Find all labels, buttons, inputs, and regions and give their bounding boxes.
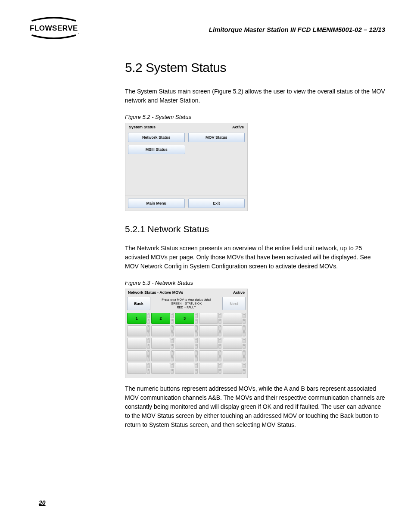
channel-b-bar: B [171, 344, 174, 349]
flowserve-logo: FLOWSERVE [26, 17, 82, 40]
mov-cell[interactable]: AB [199, 313, 222, 324]
next-button[interactable]: Next [222, 297, 246, 310]
channel-a-bar: A [218, 350, 221, 356]
mov-number-button[interactable] [175, 338, 194, 349]
mov-cell[interactable]: AB [199, 338, 222, 349]
channel-b-bar: B [171, 369, 174, 374]
mov-number-button[interactable]: 1 [127, 313, 146, 324]
hint-line2: GREEN = STATUS OK [152, 302, 221, 305]
channel-b-bar: B [195, 344, 198, 349]
mov-ab-bars: AB [171, 363, 174, 374]
channel-b-bar: B [171, 331, 174, 337]
channel-a-bar: A [147, 363, 150, 368]
mov-ab-bars: AB [171, 350, 174, 361]
mov-ab-bars: AB [195, 325, 198, 336]
fig53-title: Network Status - Active MOVs [128, 290, 183, 295]
mov-number-button[interactable] [223, 363, 242, 374]
mov-cell[interactable]: 2AB [151, 313, 174, 324]
mov-cell[interactable]: AB [151, 325, 174, 336]
mov-ab-bars: AB [218, 313, 221, 324]
channel-b-bar: B [218, 356, 221, 362]
channel-b-bar: B [147, 319, 150, 324]
mov-ab-bars: AB [195, 350, 198, 361]
mov-cell[interactable]: AB [223, 350, 246, 361]
mov-cell[interactable]: AB [223, 313, 246, 324]
mov-cell[interactable]: AB [175, 325, 198, 336]
mov-cell[interactable]: AB [127, 325, 150, 336]
mov-cell[interactable]: AB [127, 363, 150, 374]
fig52-status: Active [232, 125, 244, 129]
mov-number-button[interactable] [223, 325, 242, 336]
mov-cell[interactable]: AB [223, 338, 246, 349]
mov-number-button[interactable] [199, 350, 218, 361]
mov-number-button[interactable] [151, 338, 171, 349]
msiii-status-button[interactable]: MSIII Status [128, 145, 185, 154]
mov-number-button[interactable]: 3 [175, 313, 194, 324]
mov-cell[interactable]: AB [175, 338, 198, 349]
mov-number-button[interactable] [223, 338, 242, 349]
mov-row: 1AB2AB3ABABAB [127, 313, 246, 324]
mov-cell[interactable]: AB [175, 363, 198, 374]
mov-number-button[interactable] [175, 350, 194, 361]
channel-a-bar: A [243, 363, 246, 368]
mov-number-button[interactable] [127, 350, 146, 361]
channel-a-bar: A [147, 338, 150, 343]
mov-number-button[interactable] [199, 325, 218, 336]
mov-number-button[interactable]: 2 [151, 313, 171, 324]
fig53-hint: Press on a MOV to view status detail GRE… [152, 297, 221, 310]
mov-cell[interactable]: AB [199, 363, 222, 374]
mov-number-button[interactable] [151, 363, 171, 374]
mov-ab-bars: AB [218, 363, 221, 374]
mov-cell[interactable]: AB [223, 325, 246, 336]
mov-number-button[interactable] [199, 338, 218, 349]
mov-cell[interactable]: AB [127, 338, 150, 349]
channel-a-bar: A [243, 313, 246, 318]
mov-cell[interactable]: AB [223, 363, 246, 374]
channel-b-bar: B [195, 356, 198, 362]
channel-a-bar: A [171, 338, 174, 343]
hint-line1: Press on a MOV to view status detail [152, 298, 221, 302]
svg-point-0 [78, 34, 79, 34]
logo-text: FLOWSERVE [30, 24, 78, 32]
channel-a-bar: A [243, 325, 246, 331]
mov-number-button[interactable] [127, 363, 146, 374]
channel-b-bar: B [243, 356, 246, 362]
network-status-button[interactable]: Network Status [128, 133, 185, 142]
back-button[interactable]: Back [127, 297, 150, 310]
channel-a-bar: A [195, 350, 198, 356]
channel-a-bar: A [171, 363, 174, 368]
mov-cell[interactable]: 1AB [127, 313, 150, 324]
mov-number-button[interactable] [151, 325, 171, 336]
mov-number-button[interactable] [199, 313, 218, 324]
exit-button[interactable]: Exit [188, 199, 245, 208]
channel-b-bar: B [147, 331, 150, 337]
mov-number-button[interactable] [223, 313, 242, 324]
mov-cell[interactable]: AB [199, 350, 222, 361]
channel-a-bar: A [195, 338, 198, 343]
mov-number-button[interactable] [175, 325, 194, 336]
main-menu-button[interactable]: Main Menu [128, 199, 185, 208]
mov-number-button[interactable] [151, 350, 171, 361]
mov-number-button[interactable] [127, 325, 146, 336]
section-heading-5-2: 5.2 System Status [125, 60, 385, 75]
channel-b-bar: B [218, 319, 221, 324]
mov-number-button[interactable] [199, 363, 218, 374]
mov-cell[interactable]: AB [175, 350, 198, 361]
mov-status-button[interactable]: MOV Status [188, 133, 245, 142]
mov-number-button[interactable] [127, 338, 146, 349]
mov-cell[interactable]: AB [151, 363, 174, 374]
mov-ab-bars: AB [147, 338, 150, 349]
mov-cell[interactable]: AB [199, 325, 222, 336]
mov-number-button[interactable] [175, 363, 194, 374]
figure-5-2-caption: Figure 5.2 - System Status [125, 114, 385, 120]
channel-b-bar: B [171, 356, 174, 362]
paragraph-intro: The System Status main screen (Figure 5.… [125, 87, 385, 105]
mov-cell[interactable]: 3AB [175, 313, 198, 324]
fig53-status: Active [233, 290, 245, 295]
mov-number-button[interactable] [223, 350, 242, 361]
mov-cell[interactable]: AB [127, 350, 150, 361]
mov-ab-bars: AB [195, 338, 198, 349]
mov-cell[interactable]: AB [151, 338, 174, 349]
figure-5-3-caption: Figure 5.3 - Network Status [125, 280, 385, 286]
mov-cell[interactable]: AB [151, 350, 174, 361]
